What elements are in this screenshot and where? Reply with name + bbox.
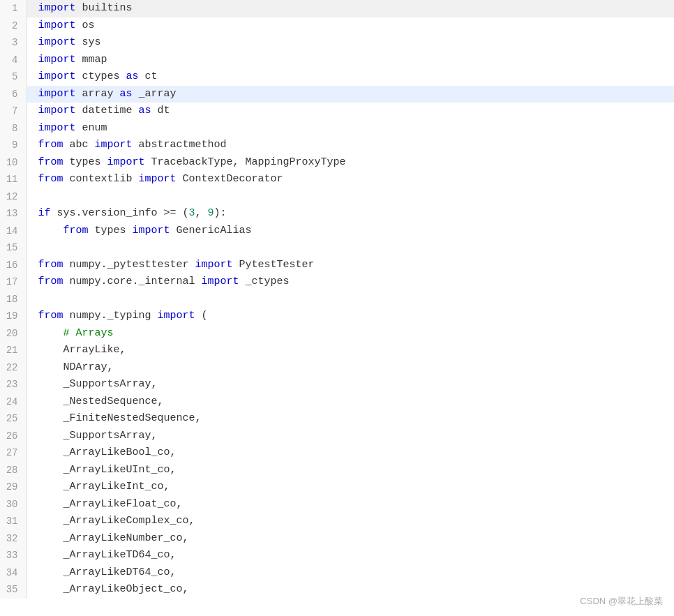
token-comment: # Arrays — [63, 327, 114, 339]
line-number: 30 — [0, 496, 27, 513]
line-number: 19 — [0, 308, 27, 325]
table-row: 4import mmap — [0, 52, 674, 69]
token-kw: from — [38, 276, 63, 287]
token-plain: sys.version_info >= ( — [51, 207, 189, 219]
token-kw: import — [38, 70, 76, 82]
table-row: 24 _NestedSequence, — [0, 393, 674, 411]
token-plain: NDArray, — [38, 361, 114, 373]
line-content: from numpy._pytesttester import PytestTe… — [27, 257, 674, 274]
table-row: 11from contextlib import ContextDecorato… — [0, 171, 674, 188]
token-plain: sys — [76, 36, 101, 48]
line-number: 31 — [0, 513, 27, 530]
token-plain: types — [89, 225, 133, 236]
line-number: 20 — [0, 325, 27, 343]
line-number: 33 — [0, 547, 27, 564]
line-content: from types import TracebackType, Mapping… — [27, 154, 674, 172]
line-content: import datetime as dt — [27, 103, 674, 120]
line-content: ArrayLike, — [27, 342, 674, 359]
token-plain — [38, 225, 63, 236]
line-number: 10 — [0, 154, 27, 172]
line-content: from types import GenericAlias — [27, 223, 674, 240]
line-content: import sys — [27, 34, 674, 52]
token-plain: os — [76, 20, 95, 31]
line-number: 25 — [0, 410, 27, 428]
table-row: 33 _ArrayLikeTD64_co, — [0, 547, 674, 564]
table-row: 5import ctypes as ct — [0, 68, 674, 86]
token-plain: _ArrayLikeObject_co, — [38, 583, 189, 595]
token-plain: _ArrayLikeDT64_co, — [38, 566, 177, 578]
token-kw: import — [133, 225, 170, 236]
table-row: 20 # Arrays — [0, 325, 674, 343]
token-kw: from — [38, 173, 63, 185]
line-content: _ArrayLikeTD64_co, — [27, 547, 674, 564]
line-content: import ctypes as ct — [27, 68, 674, 86]
line-number: 29 — [0, 479, 27, 496]
table-row: 16from numpy._pytesttester import Pytest… — [0, 257, 674, 274]
line-number: 18 — [0, 291, 27, 308]
token-plain: _SupportsArray, — [38, 378, 158, 390]
line-number: 14 — [0, 223, 27, 240]
line-number: 15 — [0, 239, 27, 257]
token-plain: mmap — [76, 54, 107, 66]
line-number: 5 — [0, 68, 27, 86]
token-plain: dt — [151, 105, 170, 117]
line-content — [27, 188, 674, 206]
line-content: _ArrayLikeDT64_co, — [27, 564, 674, 582]
line-content: # Arrays — [27, 325, 674, 343]
line-number: 4 — [0, 52, 27, 69]
token-plain: enum — [76, 122, 107, 134]
table-row: 30 _ArrayLikeFloat_co, — [0, 496, 674, 513]
token-plain: ): — [214, 207, 227, 219]
token-num: 9 — [208, 207, 214, 219]
token-kw: from — [63, 225, 89, 236]
token-kw: import — [202, 276, 239, 287]
line-number: 13 — [0, 205, 27, 223]
line-number: 32 — [0, 530, 27, 548]
token-kw: from — [38, 259, 63, 271]
line-content: import os — [27, 17, 674, 35]
table-row: 35 _ArrayLikeObject_co, — [0, 581, 674, 599]
line-number: 26 — [0, 428, 27, 445]
token-plain: _ArrayLikeInt_co, — [38, 481, 170, 493]
line-number: 8 — [0, 120, 27, 137]
line-content: import array as _array — [27, 86, 674, 103]
token-kw: import — [38, 36, 76, 48]
line-number: 9 — [0, 137, 27, 154]
table-row: 25 _FiniteNestedSequence, — [0, 410, 674, 428]
token-plain: _ArrayLikeUInt_co, — [38, 464, 177, 476]
table-row: 32 _ArrayLikeNumber_co, — [0, 530, 674, 548]
token-kw: import — [107, 156, 145, 168]
token-plain: TracebackType, MappingProxyType — [145, 156, 346, 168]
token-plain: _NestedSequence, — [38, 396, 164, 407]
line-content: from contextlib import ContextDecorator — [27, 171, 674, 188]
line-number: 6 — [0, 86, 27, 103]
line-content: _ArrayLikeUInt_co, — [27, 462, 674, 479]
token-plain: _ArrayLikeTD64_co, — [38, 549, 177, 561]
table-row: 34 _ArrayLikeDT64_co, — [0, 564, 674, 582]
token-plain: datetime — [76, 105, 139, 117]
token-plain: _FiniteNestedSequence, — [38, 412, 202, 424]
line-content: _ArrayLikeBool_co, — [27, 444, 674, 462]
line-content — [27, 291, 674, 308]
line-content: _SupportsArray, — [27, 428, 674, 445]
token-num: 3 — [189, 207, 195, 219]
code-table: 1import builtins2import os3import sys4im… — [0, 0, 674, 599]
token-plain: ctypes — [76, 70, 126, 82]
token-plain: contextlib — [63, 173, 139, 185]
token-kw: import — [158, 310, 195, 322]
line-content: _SupportsArray, — [27, 376, 674, 393]
token-plain: _array — [133, 88, 177, 100]
token-plain: _ArrayLikeBool_co, — [38, 446, 177, 458]
line-content: import builtins — [27, 0, 674, 17]
line-number: 2 — [0, 17, 27, 35]
table-row: 10from types import TracebackType, Mappi… — [0, 154, 674, 172]
line-number: 22 — [0, 359, 27, 377]
line-content: import enum — [27, 120, 674, 137]
token-plain: abstractmethod — [133, 139, 227, 151]
table-row: 31 _ArrayLikeComplex_co, — [0, 513, 674, 530]
line-number: 16 — [0, 257, 27, 274]
table-row: 29 _ArrayLikeInt_co, — [0, 479, 674, 496]
table-row: 15 — [0, 239, 674, 257]
table-row: 7import datetime as dt — [0, 103, 674, 120]
table-row: 2import os — [0, 17, 674, 35]
